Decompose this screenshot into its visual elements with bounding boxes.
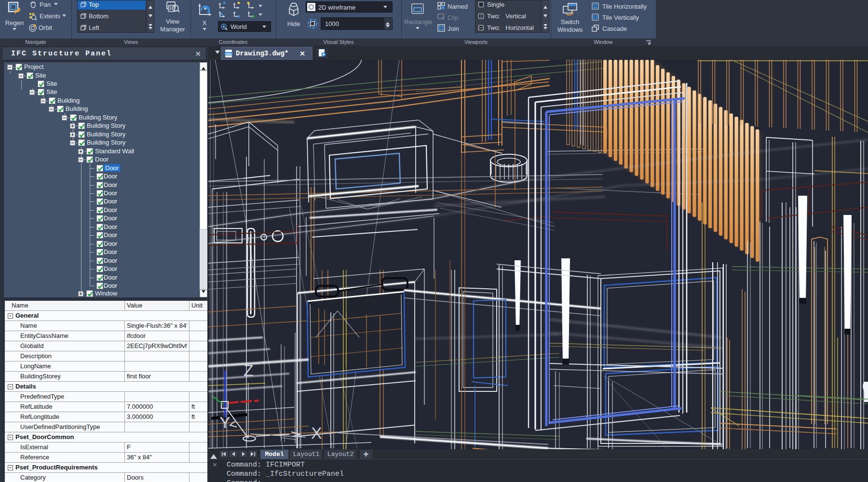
svg-text:Z: Z (244, 361, 254, 379)
svg-text:X: X (311, 424, 322, 442)
svg-text:Y: Y (219, 413, 231, 431)
svg-text:DWG: DWG (225, 53, 231, 55)
